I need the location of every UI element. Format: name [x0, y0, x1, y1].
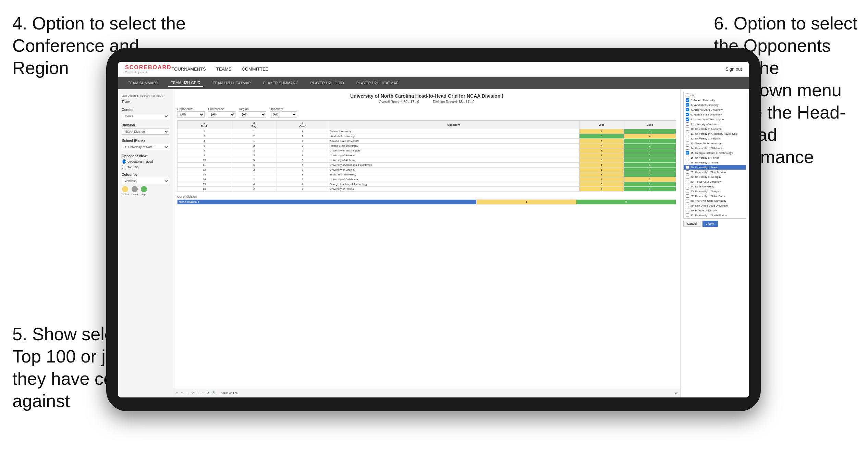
opponent-view-section: Opponent View Opponents Played Top 100 — [122, 154, 169, 169]
nav-sign-out[interactable]: Sign out — [725, 66, 742, 72]
dropdown-item[interactable]: 21. University of New Mexico — [684, 170, 746, 174]
cell-conf: 1 — [277, 129, 328, 134]
opponents-filter: Opponents: (All) — [177, 107, 205, 118]
gender-label: Gender — [122, 108, 169, 112]
cell-rank: 10 — [178, 158, 231, 163]
tab-team-summary[interactable]: TEAM SUMMARY — [125, 79, 161, 86]
out-div-name: NCAA Division II — [178, 200, 477, 205]
tablet-screen: SCOREBOARD Powered by cloud TOURNAMENTS … — [118, 62, 749, 397]
apply-button[interactable]: Apply — [702, 221, 718, 227]
sidebar-school-section: School (Rank) 1. University of Nort... — [122, 139, 169, 150]
gender-select[interactable]: Men's — [122, 113, 169, 119]
dropdown-item[interactable]: 8. University of Washington — [684, 117, 746, 122]
tab-player-h2h-heatmap[interactable]: PLAYER H2H HEATMAP — [354, 79, 401, 86]
cell-loss: 0 — [624, 148, 676, 153]
cell-conf: 1 — [277, 172, 328, 177]
opponent-select[interactable]: (All) — [270, 111, 297, 118]
cell-win: 1 — [579, 153, 624, 158]
dropdown-item[interactable]: 4. Arizona State University — [684, 107, 746, 112]
tab-team-h2h-heatmap[interactable]: TEAM H2H HEATMAP — [210, 79, 254, 86]
division-select[interactable]: NCAA Division I — [122, 128, 169, 135]
legend-down-circle — [122, 186, 128, 192]
opponent-label: Opponent — [270, 107, 297, 111]
table-row: 15 4 4 Georgia Institute of Technology 5… — [178, 182, 676, 187]
cell-conf: 3 — [277, 153, 328, 158]
opponents-select[interactable]: (All) — [177, 111, 205, 118]
cell-win: 3 — [579, 172, 624, 177]
radio-top-100[interactable]: Top 100 — [122, 165, 169, 169]
dropdown-item[interactable]: 30. Purdue University — [684, 208, 746, 213]
conference-select[interactable]: (All) — [208, 111, 235, 118]
opponent-filter: Opponent (All) — [270, 107, 297, 118]
school-label: School (Rank) — [122, 139, 169, 143]
cell-rag: 5 — [231, 158, 277, 163]
toolbar-redo[interactable]: ↪ — [181, 391, 183, 394]
dropdown-item[interactable]: 11. University of Arkansas, Fayetteville — [684, 131, 746, 136]
dropdown-item[interactable]: 27. University of Notre Dame — [684, 194, 746, 198]
dropdown-item[interactable]: 9. University of Arizona — [684, 122, 746, 126]
tab-player-summary[interactable]: PLAYER SUMMARY — [260, 79, 301, 86]
dropdown-item[interactable]: 23. Texas A&M University — [684, 179, 746, 184]
cell-rag: 2 — [231, 134, 277, 139]
dropdown-item[interactable]: 15. Georgia Institute of Technology — [684, 150, 746, 155]
toolbar-refresh[interactable]: ⟳ — [192, 391, 194, 394]
dropdown-item[interactable]: 31. University of North Florida — [684, 213, 746, 218]
cell-conf: 2 — [277, 177, 328, 182]
school-select[interactable]: 1. University of Nort... — [122, 144, 169, 150]
toolbar-settings[interactable]: ⚙ — [207, 391, 209, 394]
cell-opponent: Texas Tech University — [328, 172, 579, 177]
sidebar-division-section: Division NCAA Division I — [122, 123, 169, 135]
dropdown-item[interactable]: 3. Vanderbilt University — [684, 102, 746, 107]
dropdown-item[interactable]: 28. The Ohio State University — [684, 198, 746, 203]
toolbar-copy[interactable]: ⎘ — [197, 391, 198, 394]
cancel-button[interactable]: Cancel — [683, 221, 700, 227]
dropdown-item[interactable]: 16. University of Florida — [684, 155, 746, 160]
cell-loss: 0 — [624, 158, 676, 163]
cell-win: 3 — [579, 158, 624, 163]
h2h-table: #Rank #Rag #Conf Opponent Win Loss 2 1 1… — [177, 120, 676, 192]
toolbar-back[interactable]: ← — [186, 391, 189, 394]
cell-loss: 1 — [624, 182, 676, 187]
cell-loss: 0 — [624, 168, 676, 172]
cell-rag: 4 — [231, 182, 277, 187]
dropdown-item[interactable]: 20. University of Texas — [684, 165, 746, 170]
region-select[interactable]: (All) — [239, 111, 266, 118]
cell-rank: 4 — [178, 139, 231, 144]
logo: SCOREBOARD Powered by cloud — [125, 64, 172, 74]
dropdown-item[interactable]: 13. Texas Tech University — [684, 141, 746, 146]
legend-row: Down Level Up — [122, 186, 169, 196]
dropdown-buttons: Cancel Apply — [683, 221, 746, 227]
dropdown-item[interactable]: 18. University of Illinois — [684, 160, 746, 165]
dropdown-item[interactable]: (All) — [684, 93, 746, 98]
dropdown-item[interactable]: 14. University of Oklahoma — [684, 146, 746, 150]
out-div-row: NCAA Division II 1 0 — [178, 200, 676, 205]
nav-committee[interactable]: COMMITTEE — [242, 65, 269, 73]
dropdown-item[interactable]: 25. University of Oregon — [684, 189, 746, 194]
dropdown-item[interactable]: 6. Florida State University — [684, 112, 746, 117]
nav-tournaments[interactable]: TOURNAMENTS — [172, 65, 206, 73]
col-conf: #Conf — [277, 121, 328, 129]
sidebar-team-section: Team — [122, 100, 169, 104]
dropdown-item[interactable]: 22. University of Georgia — [684, 174, 746, 179]
legend-up: Up — [141, 186, 147, 196]
dropdown-item[interactable]: 24. Duke University — [684, 184, 746, 189]
cell-rag: 2 — [231, 187, 277, 192]
colour-select[interactable]: Win/loss — [122, 178, 169, 184]
dropdown-item[interactable]: 29. San Diego State University — [684, 203, 746, 208]
dropdown-item[interactable]: 12. University of Virginia — [684, 136, 746, 141]
tab-team-h2h-grid[interactable]: TEAM H2H GRID — [168, 79, 203, 87]
cell-rag: 1 — [231, 172, 277, 177]
dropdown-item[interactable]: 10. University of Alabama — [684, 126, 746, 131]
radio-opponents-played[interactable]: Opponents Played — [122, 159, 169, 164]
toolbar-undo[interactable]: ↩ — [176, 391, 178, 394]
record-row: Overall Record: 89 - 17 - 0 Division Rec… — [177, 100, 676, 104]
table-row: 9 3 3 University of Arizona 1 0 — [178, 153, 676, 158]
opponents-label: Opponents: — [177, 107, 205, 111]
nav-teams[interactable]: TEAMS — [216, 65, 232, 73]
cell-rank: 13 — [178, 172, 231, 177]
dropdown-item[interactable]: 2. Auburn University — [684, 98, 746, 102]
tab-player-h2h-grid[interactable]: PLAYER H2H GRID — [308, 79, 347, 86]
cell-rag: 1 — [231, 129, 277, 134]
cell-win: 5 — [579, 187, 624, 192]
cell-rag: 3 — [231, 168, 277, 172]
